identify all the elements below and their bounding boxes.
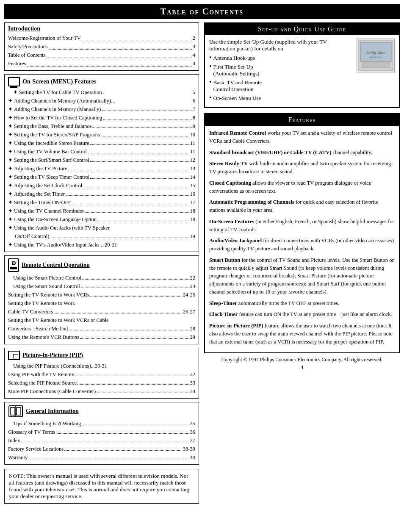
setup-bullets: • Antenna Hook-ups • First Time Set-Up(A… <box>209 55 352 102</box>
page-number: 4 <box>204 364 400 371</box>
feature-item-auto-programming: Automatic Programming of Channels for qu… <box>209 198 395 214</box>
toc-item: Selecting the PIP Picture Source 33 <box>8 379 195 387</box>
feature-item: Infrared Remote Control works your TV se… <box>209 129 395 145</box>
toc-item: Features 4 <box>8 59 195 68</box>
toc-item: ✦ Setting the TV Sleep Timer Control 14 <box>8 173 195 181</box>
toc-item: Factory Service Locations 38-39 <box>8 445 195 453</box>
toc-item: Cable TV Converters 26-27 <box>8 308 195 316</box>
toc-item: Welcome/Registration of Your TV 2 <box>8 34 195 42</box>
features-content: Infrared Remote Control works your TV se… <box>205 126 399 352</box>
note-text: NOTE: This owner's manual is used with s… <box>9 473 194 500</box>
list-item: • Basic TV and RemoteControl Operation <box>209 79 352 93</box>
pip-heading: Picture-in-Picture (PIP) <box>22 352 83 359</box>
toc-item: On/Off Control) 19 <box>8 232 195 241</box>
main-content: Introduction Welcome/Registration of You… <box>4 22 400 504</box>
toc-item: Tips if Something Isn't Working 35 <box>8 419 195 428</box>
toc-item: ✦ Adding Channels in Memory (Automatical… <box>8 97 195 105</box>
pip-items: Using the PIP Feature (Connections)... 3… <box>8 362 195 396</box>
general-section: General Information Tips if Something Is… <box>4 402 199 465</box>
toc-item: ✦ Setting the Timer ON/OFF 17 <box>8 198 195 207</box>
pip-section: Picture-in-Picture (PIP) Using the PIP F… <box>4 348 199 399</box>
svg-text:Quick Use: Quick Use <box>369 55 382 59</box>
toc-item-stereo: ✦ Using the Incredible Stereo Feature 11 <box>8 139 195 147</box>
toc-item: ✦ Setting the Bass, Treble and Balance 9 <box>8 122 195 130</box>
svg-rect-1 <box>11 407 15 415</box>
title-bar: Table of Contents <box>4 4 400 19</box>
remote-section: Remote Control Operation Using the Smart… <box>4 255 199 344</box>
features-section: Features Infrared Remote Control works y… <box>204 113 400 353</box>
right-column: Set-up and Quick Use Guide Use the simpl… <box>204 22 400 371</box>
svg-text:Set-Up Guide: Set-Up Guide <box>366 51 385 55</box>
feature-item: Stereo Ready TV with built-in audio ampl… <box>209 160 395 176</box>
feature-item: Closed Captioning allows the viewer to r… <box>209 179 395 195</box>
setup-section: Set-up and Quick Use Guide Use the simpl… <box>204 22 400 108</box>
toc-item: Warranty 40 <box>8 453 195 462</box>
toc-item: Safety/Precautions 3 <box>8 42 195 51</box>
setup-title: Set-up and Quick Use Guide <box>205 23 399 35</box>
toc-item: ✦ Using the Audio Out Jacks (with TV Spe… <box>8 224 195 232</box>
pip-header: Picture-in-Picture (PIP) <box>8 351 195 360</box>
toc-item: Setting the TV Remote to Work VCRs 24-25 <box>8 291 195 299</box>
left-column: Introduction Welcome/Registration of You… <box>4 22 199 504</box>
menu-icon <box>8 77 20 86</box>
toc-item: Using the PIP Feature (Connections)... 3… <box>8 362 195 370</box>
toc-item: ✦ How to Set the TV for Closed Captionin… <box>8 114 195 122</box>
onscreen-header: On-Screen (MENU) Features <box>8 77 195 86</box>
onscreen-section: On-Screen (MENU) Features ✦ Setting the … <box>4 74 199 252</box>
copyright: Copyright © 1997 Philips Consumer Electr… <box>204 357 400 363</box>
toc-item: Glossary of TV Terms 36 <box>8 428 195 436</box>
toc-item: Using the Remote's VCR Buttons 29 <box>8 333 195 341</box>
svg-rect-6 <box>362 63 390 68</box>
toc-item: ✦ Adjusting the Set Clock Control 15 <box>8 181 195 190</box>
list-item: • Antenna Hook-ups <box>209 55 352 61</box>
setup-text: Use the simple Set-Up Guide (supplied wi… <box>209 39 352 104</box>
toc-item: ✦ Using the On-Screen Language Option 18 <box>8 215 195 224</box>
intro-heading: Introduction <box>8 25 195 32</box>
setup-guide-image: Set-Up Guide Quick Use <box>357 39 395 72</box>
toc-item: ✦ Using the TV's Audio/Video Input Jacks… <box>8 241 195 249</box>
toc-item: ✦ Setting the Surf/Smart Surf Control 12 <box>8 156 195 164</box>
toc-item: ✦ Adjusting the Set Timer 16 <box>8 190 195 198</box>
general-header: General Information <box>8 405 195 418</box>
list-item: • On-Screen Menu Use <box>209 95 352 102</box>
svg-rect-2 <box>17 407 21 415</box>
onscreen-heading: On-Screen (MENU) Features <box>22 78 96 85</box>
remote-header: Remote Control Operation <box>8 258 195 272</box>
toc-item: ✦ Setting the TV for Stereo/SAP Programs… <box>8 130 195 139</box>
pip-icon <box>8 351 20 360</box>
note-box: NOTE: This owner's manual is used with s… <box>4 469 199 504</box>
book-icon <box>8 405 23 418</box>
feature-item: Smart Button for the control of TV Sound… <box>209 256 395 296</box>
page-title: Table of Contents <box>4 7 400 17</box>
feature-item: On-Screen Features (in either English, F… <box>209 218 395 234</box>
setup-intro: Use the simple Set-Up Guide (supplied wi… <box>209 39 352 52</box>
toc-item: Table of Contents 4 <box>8 51 195 59</box>
remote-items: Using the Smart Picture Control 22 Using… <box>8 274 195 341</box>
toc-item: ✦ Using the TV Channel Reminder 18 <box>8 207 195 215</box>
setup-content: Use the simple Set-Up Guide (supplied wi… <box>205 35 399 107</box>
feature-item: Picture-in-Picture (PIP) feature allows … <box>209 322 395 346</box>
toc-item: ✦ Adjusting the TV Picture 13 <box>8 164 195 173</box>
list-item: • First Time Set-Up(Automatic Settings) <box>209 64 352 77</box>
toc-item: Setting the TV Remote to Work VCRs or Ca… <box>8 316 195 324</box>
toc-item: Converters - Search Method 28 <box>8 324 195 333</box>
feature-item: Audio/Video Jackpanel for direct connect… <box>209 237 395 253</box>
general-items: Tips if Something Isn't Working 35 Gloss… <box>8 419 195 462</box>
toc-item: ✦ Using the TV Volume Bar Control 11 <box>8 147 195 156</box>
toc-item: Setting the TV Remote to Work <box>8 299 195 308</box>
general-heading: General Information <box>26 408 79 415</box>
toc-item: Using the Smart Sound Control 23 <box>8 282 195 291</box>
introduction-section: Introduction Welcome/Registration of You… <box>4 22 199 71</box>
remote-heading: Remote Control Operation <box>22 262 90 269</box>
features-title: Features <box>205 114 399 126</box>
onscreen-items: ✦ Setting the TV for Cable TV Operation … <box>8 88 195 249</box>
page: Table of Contents Introduction Welcome/R… <box>0 0 404 532</box>
toc-item: ✦ Adding Channels in Memory (Manually) 7 <box>8 105 195 114</box>
feature-item: Sleep-Timer automatically turns the TV O… <box>209 299 395 308</box>
toc-item: Using PIP with the TV Remote 32 <box>8 370 195 379</box>
toc-item: Index 37 <box>8 436 195 445</box>
toc-item: Using the Smart Picture Control 22 <box>8 274 195 282</box>
feature-item: Clock Timer feature can turn ON the TV a… <box>209 310 395 319</box>
feature-item: Standard broadcast (VHF/UHF) or Cable TV… <box>209 149 395 157</box>
toc-item: ✦ Setting the TV for Cable TV Operation … <box>8 88 195 97</box>
